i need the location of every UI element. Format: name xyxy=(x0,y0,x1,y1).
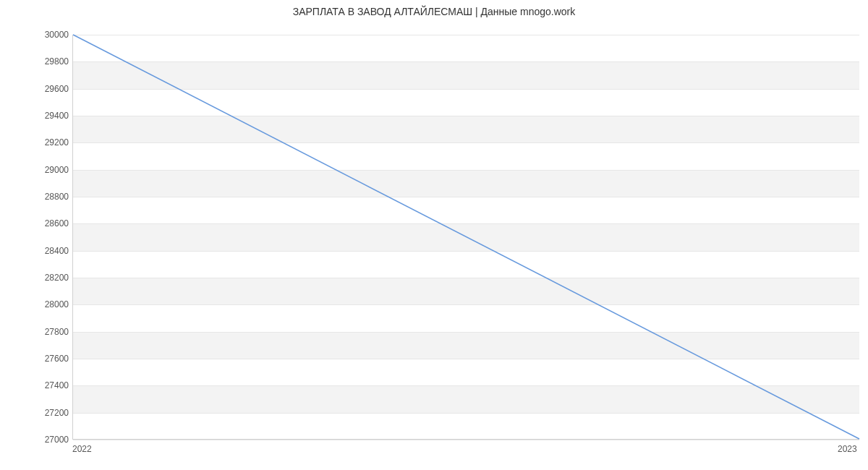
y-tick-label: 28000 xyxy=(25,299,69,309)
plot-area xyxy=(72,35,859,440)
y-tick-label: 27200 xyxy=(25,408,69,418)
y-tick-label: 28600 xyxy=(25,218,69,228)
y-tick-label: 29800 xyxy=(25,56,69,67)
x-tick-label: 2022 xyxy=(72,444,92,454)
y-tick-label: 29600 xyxy=(25,84,69,94)
y-tick-label: 27600 xyxy=(25,354,69,364)
series-line xyxy=(73,35,859,439)
y-tick-label: 28800 xyxy=(25,192,69,202)
y-tick-label: 28200 xyxy=(25,273,69,283)
y-tick-label: 27000 xyxy=(25,435,69,445)
y-tick-label: 29000 xyxy=(25,165,69,175)
y-tick-label: 27400 xyxy=(25,380,69,390)
y-tick-label: 28400 xyxy=(25,246,69,256)
y-tick-label: 29400 xyxy=(25,111,69,121)
grid-line xyxy=(73,440,859,440)
y-tick-label: 29200 xyxy=(25,137,69,148)
y-tick-label: 27800 xyxy=(25,327,69,337)
x-tick-label: 2023 xyxy=(838,444,857,454)
chart-title: ЗАРПЛАТА В ЗАВОД АЛТАЙЛЕСМАШ | Данные mn… xyxy=(0,6,868,17)
line-layer xyxy=(73,35,859,439)
y-tick-label: 30000 xyxy=(25,30,69,40)
chart-container: ЗАРПЛАТА В ЗАВОД АЛТАЙЛЕСМАШ | Данные mn… xyxy=(0,0,868,470)
